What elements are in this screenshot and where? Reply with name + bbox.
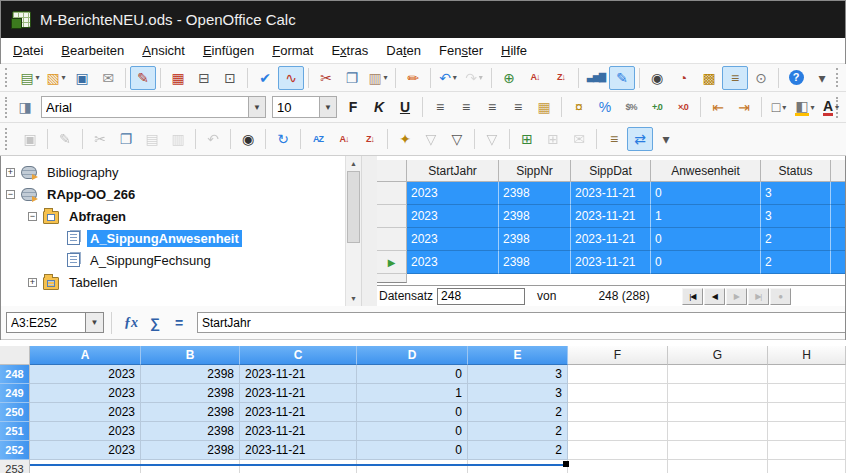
explorer-scrollbar[interactable]: ▲ ▼: [345, 156, 361, 306]
undo-data-entry-button[interactable]: ↶: [200, 127, 226, 151]
formula-input[interactable]: [197, 312, 846, 333]
column-header-g[interactable]: G: [668, 346, 768, 365]
sheet-cell[interactable]: 2398: [141, 441, 240, 460]
expander-icon[interactable]: +: [28, 278, 37, 287]
menu-item-daten[interactable]: Daten: [377, 40, 430, 61]
sort-button[interactable]: AZ: [305, 127, 331, 151]
zoom-button[interactable]: ⊙: [748, 66, 774, 90]
next-record-button[interactable]: ▶: [726, 288, 747, 305]
sheet-cell[interactable]: [468, 460, 568, 473]
standard-filter-button[interactable]: ▽: [444, 127, 470, 151]
sheet-cell[interactable]: 2023-11-21: [240, 441, 357, 460]
merge-cells-button[interactable]: ▦: [531, 95, 557, 119]
menu-item-datei[interactable]: Datei: [4, 40, 52, 61]
menu-item-bearbeiten[interactable]: Bearbeiten: [52, 40, 133, 61]
menu-item-extras[interactable]: Extras: [322, 40, 377, 61]
grid-cell[interactable]: 2023-11-21: [571, 205, 651, 228]
edit-data-button[interactable]: ✎: [52, 127, 78, 151]
grid-row-selector[interactable]: [377, 182, 407, 205]
align-center-button[interactable]: ≡: [453, 95, 479, 119]
row-header[interactable]: 249: [0, 384, 30, 403]
toolbar-grip[interactable]: [836, 97, 843, 118]
chevron-down-icon[interactable]: ▾: [36, 73, 40, 82]
sheet-cell[interactable]: 2023: [30, 422, 141, 441]
sheet-cell[interactable]: 2023-11-21: [240, 365, 357, 384]
grid-column-header-sippdat[interactable]: SippDat: [571, 160, 651, 182]
sheet-cell[interactable]: [768, 365, 846, 384]
print-button[interactable]: ⊟: [191, 66, 217, 90]
open-button[interactable]: ▧▾: [43, 66, 69, 90]
sort-ascending-button[interactable]: A↓: [331, 127, 357, 151]
grid-cell[interactable]: 2398: [499, 182, 571, 205]
chevron-down-icon[interactable]: ▾: [479, 73, 483, 82]
data-to-text-button[interactable]: ⊞: [514, 127, 540, 151]
sheet-cell[interactable]: [768, 460, 846, 473]
sheet-cell[interactable]: 2398: [141, 403, 240, 422]
menu-item-format[interactable]: Format: [263, 40, 322, 61]
navigator-button[interactable]: ◔: [670, 66, 696, 90]
refresh-button[interactable]: ↻: [270, 127, 296, 151]
chevron-down-icon[interactable]: ▾: [384, 73, 388, 82]
sheet-cell[interactable]: [30, 460, 141, 473]
copy-button[interactable]: ❐: [113, 127, 139, 151]
function-wizard-icon[interactable]: ƒx: [119, 315, 143, 331]
currency-format-button[interactable]: ¤: [566, 95, 592, 119]
mail-merge-button[interactable]: ✉: [566, 127, 592, 151]
grid-column-header-anwesenheit[interactable]: Anwesenheit: [651, 160, 761, 182]
background-color-button[interactable]: ◧▾: [792, 95, 818, 119]
paste-button[interactable]: ▥: [165, 127, 191, 151]
insert-chart-button[interactable]: ▃▅▇: [583, 66, 609, 90]
chevron-down-icon[interactable]: ▾: [62, 73, 66, 82]
grid-cell[interactable]: 2023-11-21: [571, 251, 651, 274]
grid-row-selector[interactable]: [377, 205, 407, 228]
explorer-toggle-button[interactable]: ⇄: [627, 127, 653, 151]
sheet-cell[interactable]: 1: [357, 384, 468, 403]
show-draw-functions-button[interactable]: ✎: [609, 66, 635, 90]
borders-button[interactable]: □▾: [766, 95, 792, 119]
grid-row[interactable]: 202323982023-11-2102: [377, 228, 846, 251]
menu-item-hilfe[interactable]: Hilfe: [492, 40, 536, 61]
column-header-h[interactable]: H: [768, 346, 846, 365]
name-box[interactable]: ▼: [6, 312, 104, 333]
sort-ascending-button[interactable]: A↓: [522, 66, 548, 90]
sum-icon[interactable]: ∑: [143, 315, 167, 331]
sheet-cell[interactable]: 2023: [30, 441, 141, 460]
grid-cell[interactable]: 0: [651, 251, 761, 274]
scroll-up-icon[interactable]: ▲: [346, 156, 361, 171]
grid-cell[interactable]: 3: [761, 182, 831, 205]
toolbar-options-button[interactable]: ▾: [653, 127, 679, 151]
grid-row-selector[interactable]: ▶: [377, 251, 407, 274]
sheet-cell[interactable]: [568, 441, 668, 460]
equals-icon[interactable]: =: [167, 315, 191, 331]
export-pdf-button[interactable]: ▦: [165, 66, 191, 90]
save-record-button[interactable]: ▣: [17, 127, 43, 151]
grid-column-header-status[interactable]: Status: [761, 160, 831, 182]
sheet-cell[interactable]: 2023: [30, 365, 141, 384]
row-header[interactable]: 253: [0, 460, 30, 473]
chevron-down-icon[interactable]: ▼: [248, 97, 265, 117]
sheet-cell[interactable]: 2: [468, 422, 568, 441]
row-header[interactable]: 248: [0, 365, 30, 384]
chevron-down-icon[interactable]: ▼: [319, 97, 336, 117]
selection-handle[interactable]: [563, 461, 569, 467]
column-header-d[interactable]: D: [357, 346, 468, 365]
column-header-b[interactable]: B: [141, 346, 240, 365]
column-header-a[interactable]: A: [30, 346, 141, 365]
grid-cell[interactable]: 0: [651, 228, 761, 251]
grid-cell[interactable]: 2023: [407, 228, 499, 251]
toolbar-grip[interactable]: [5, 68, 12, 87]
hyperlink-button[interactable]: ⊕: [496, 66, 522, 90]
select-all-corner[interactable]: [0, 346, 30, 365]
sheet-cell[interactable]: [568, 460, 668, 473]
grid-cell[interactable]: 2023: [407, 182, 499, 205]
font-name-input[interactable]: [42, 97, 248, 117]
toolbar-grip[interactable]: [5, 97, 7, 118]
cut-button[interactable]: ✂: [87, 127, 113, 151]
email-button[interactable]: ✉: [95, 66, 121, 90]
grid-cell[interactable]: 3: [761, 205, 831, 228]
grid-cell[interactable]: 2398: [499, 251, 571, 274]
sheet-cell[interactable]: [668, 441, 768, 460]
record-number-input[interactable]: [437, 288, 525, 305]
sheet-cell[interactable]: [768, 403, 846, 422]
underline-button[interactable]: U: [392, 95, 418, 119]
